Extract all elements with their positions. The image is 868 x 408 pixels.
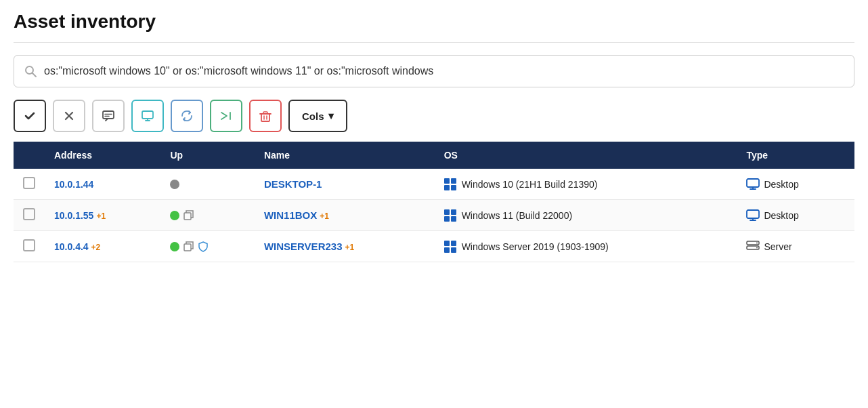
type-label: Desktop <box>764 210 798 221</box>
col-up: Up <box>160 142 254 169</box>
address-link[interactable]: 10.0.1.55 <box>54 210 93 221</box>
status-dot <box>170 180 179 189</box>
os-label: Windows Server 2019 (1903-1909) <box>462 241 609 252</box>
toolbar: Cols ▾ <box>14 100 854 132</box>
view-monitor-button[interactable] <box>131 100 164 132</box>
col-name: Name <box>255 142 435 169</box>
search-input[interactable] <box>44 65 844 77</box>
address-badge: +1 <box>96 211 106 221</box>
table-row: 10.0.4.4+2WINSERVER233+1 Windows Server … <box>14 231 854 262</box>
asset-table: Address Up Name OS Type 10.0.1.44DESKTOP… <box>14 142 854 262</box>
row-checkbox[interactable] <box>23 208 35 220</box>
select-all-button[interactable] <box>14 100 46 132</box>
server-icon <box>746 241 760 253</box>
type-cell: Desktop <box>746 209 845 222</box>
name-badge: +1 <box>320 211 329 221</box>
svg-point-25 <box>756 242 758 243</box>
main-container: Asset inventory <box>0 0 868 262</box>
page-title: Asset inventory <box>14 11 854 33</box>
os-label: Windows 11 (Build 22000) <box>462 210 572 221</box>
cols-arrow-icon: ▾ <box>328 110 334 122</box>
type-cell: Desktop <box>746 178 845 190</box>
svg-rect-18 <box>184 213 191 220</box>
shield-icon <box>198 241 208 252</box>
svg-rect-11 <box>261 114 269 121</box>
os-cell: Windows 11 (Build 22000) <box>444 209 728 222</box>
name-badge: +1 <box>345 243 355 252</box>
svg-rect-4 <box>103 111 114 119</box>
type-label: Desktop <box>764 179 798 190</box>
table-header: Address Up Name OS Type <box>14 142 854 169</box>
col-address: Address <box>45 142 160 169</box>
svg-rect-19 <box>747 210 759 218</box>
svg-rect-22 <box>184 244 191 251</box>
svg-line-1 <box>32 73 37 77</box>
deselect-button[interactable] <box>53 100 85 132</box>
os-label: Windows 10 (21H1 Build 21390) <box>462 179 598 190</box>
cols-button[interactable]: Cols ▾ <box>288 100 347 132</box>
address-badge: +2 <box>91 243 101 252</box>
svg-rect-7 <box>142 111 153 119</box>
desktop-icon <box>746 209 760 222</box>
name-link[interactable]: WINSERVER233 <box>264 241 343 252</box>
address-link[interactable]: 10.0.1.44 <box>54 179 93 190</box>
col-checkbox <box>14 142 45 169</box>
cube-icon <box>183 210 194 221</box>
cols-label: Cols <box>302 110 324 122</box>
status-dot <box>170 211 179 220</box>
name-link[interactable]: WIN11BOX <box>264 209 317 221</box>
search-bar <box>14 55 854 87</box>
windows-icon <box>444 241 456 253</box>
search-icon <box>24 64 37 78</box>
row-checkbox[interactable] <box>23 239 35 251</box>
svg-rect-15 <box>747 179 759 187</box>
delete-button[interactable] <box>249 100 282 132</box>
name-link[interactable]: DESKTOP-1 <box>264 178 322 190</box>
windows-icon <box>444 209 456 222</box>
row-checkbox[interactable] <box>23 177 35 189</box>
desktop-icon <box>746 178 760 190</box>
windows-icon <box>444 178 456 190</box>
os-cell: Windows Server 2019 (1903-1909) <box>444 241 728 253</box>
table-row: 10.0.1.44DESKTOP-1 Windows 10 (21H1 Buil… <box>14 169 854 200</box>
col-type: Type <box>737 142 854 169</box>
address-link[interactable]: 10.0.4.4 <box>54 241 89 252</box>
type-label: Server <box>764 241 791 252</box>
col-os: OS <box>435 142 737 169</box>
os-cell: Windows 10 (21H1 Build 21390) <box>444 178 728 190</box>
type-cell: Server <box>746 241 845 253</box>
table-body: 10.0.1.44DESKTOP-1 Windows 10 (21H1 Buil… <box>14 169 854 262</box>
refresh-button[interactable] <box>171 100 203 132</box>
table-row: 10.0.1.55+1WIN11BOX+1 Windows 11 (Build … <box>14 200 854 231</box>
title-divider <box>14 42 854 43</box>
skip-button[interactable] <box>210 100 242 132</box>
svg-point-26 <box>756 247 758 248</box>
cube-icon <box>183 241 194 252</box>
comment-button[interactable] <box>92 100 125 132</box>
status-dot <box>170 242 179 251</box>
